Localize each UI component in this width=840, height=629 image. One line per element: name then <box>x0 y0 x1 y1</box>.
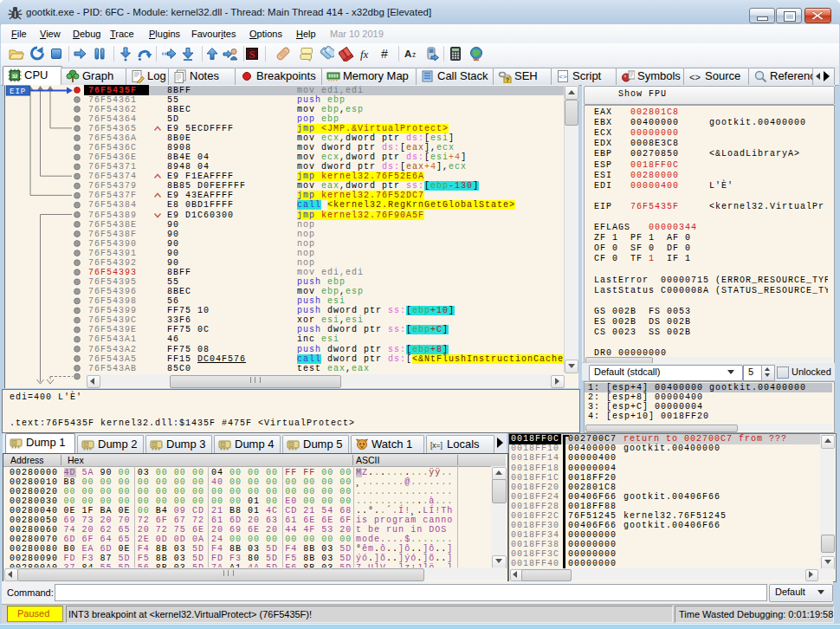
svg-text:<>: <> <box>559 73 567 81</box>
svg-text:32: 32 <box>12 74 18 79</box>
svg-text:?: ? <box>506 77 509 83</box>
svg-text:z: z <box>412 50 416 59</box>
svg-text:<>: <> <box>689 72 701 82</box>
svg-text:A: A <box>404 49 411 59</box>
svg-text:fx: fx <box>360 48 369 61</box>
svg-text:S: S <box>249 49 255 61</box>
svg-text:#: # <box>381 47 388 61</box>
